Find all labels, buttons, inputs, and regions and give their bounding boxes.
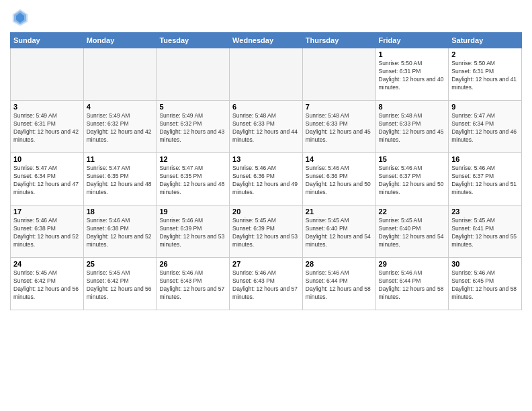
day-number: 4 [87, 103, 154, 111]
day-info: Sunrise: 5:46 AMSunset: 6:36 PMDaylight:… [306, 165, 373, 197]
calendar-cell: 15Sunrise: 5:46 AMSunset: 6:37 PMDayligh… [375, 153, 449, 205]
day-number: 18 [87, 208, 154, 216]
calendar-cell: 30Sunrise: 5:46 AMSunset: 6:45 PMDayligh… [449, 258, 522, 310]
calendar-cell [230, 48, 303, 101]
calendar-cell: 25Sunrise: 5:45 AMSunset: 6:42 PMDayligh… [83, 258, 157, 310]
day-number: 7 [306, 103, 373, 111]
day-info: Sunrise: 5:49 AMSunset: 6:32 PMDaylight:… [87, 112, 154, 144]
day-info: Sunrise: 5:46 AMSunset: 6:43 PMDaylight:… [159, 269, 226, 302]
calendar-cell: 4Sunrise: 5:49 AMSunset: 6:32 PMDaylight… [83, 101, 157, 153]
week-row-5: 24Sunrise: 5:45 AMSunset: 6:42 PMDayligh… [11, 258, 522, 310]
day-info: Sunrise: 5:46 AMSunset: 6:37 PMDaylight:… [379, 165, 446, 197]
day-number: 27 [232, 260, 300, 268]
page-container: SundayMondayTuesdayWednesdayThursdayFrid… [0, 0, 532, 317]
calendar-body: 1Sunrise: 5:50 AMSunset: 6:31 PMDaylight… [11, 48, 522, 310]
calendar-cell: 13Sunrise: 5:46 AMSunset: 6:36 PMDayligh… [230, 153, 303, 205]
calendar-cell: 22Sunrise: 5:45 AMSunset: 6:40 PMDayligh… [375, 205, 449, 258]
calendar-cell: 21Sunrise: 5:45 AMSunset: 6:40 PMDayligh… [302, 205, 375, 258]
day-info: Sunrise: 5:48 AMSunset: 6:33 PMDaylight:… [379, 112, 446, 144]
week-row-1: 1Sunrise: 5:50 AMSunset: 6:31 PMDaylight… [11, 48, 522, 101]
calendar-cell: 17Sunrise: 5:46 AMSunset: 6:38 PMDayligh… [11, 205, 84, 258]
day-number: 19 [159, 208, 226, 216]
calendar-cell [83, 48, 157, 101]
calendar-cell: 3Sunrise: 5:49 AMSunset: 6:31 PMDaylight… [11, 101, 84, 153]
day-info: Sunrise: 5:47 AMSunset: 6:34 PMDaylight:… [13, 165, 81, 197]
day-header-wednesday: Wednesday [230, 33, 303, 48]
day-number: 6 [232, 103, 300, 111]
calendar-header: SundayMondayTuesdayWednesdayThursdayFrid… [11, 33, 522, 48]
day-number: 21 [306, 208, 373, 216]
calendar-cell [157, 48, 230, 101]
day-number: 16 [451, 155, 519, 163]
calendar-cell: 29Sunrise: 5:46 AMSunset: 6:44 PMDayligh… [375, 258, 449, 310]
day-number: 11 [87, 155, 154, 163]
calendar-cell: 5Sunrise: 5:49 AMSunset: 6:32 PMDaylight… [157, 101, 230, 153]
day-info: Sunrise: 5:46 AMSunset: 6:36 PMDaylight:… [232, 165, 300, 197]
day-info: Sunrise: 5:46 AMSunset: 6:43 PMDaylight:… [232, 269, 300, 302]
header-row: SundayMondayTuesdayWednesdayThursdayFrid… [11, 33, 522, 48]
day-info: Sunrise: 5:45 AMSunset: 6:40 PMDaylight:… [379, 217, 446, 249]
day-number: 12 [159, 155, 226, 163]
day-header-tuesday: Tuesday [157, 33, 230, 48]
day-header-friday: Friday [375, 33, 449, 48]
week-row-4: 17Sunrise: 5:46 AMSunset: 6:38 PMDayligh… [11, 205, 522, 258]
header [10, 7, 522, 27]
day-header-sunday: Sunday [11, 33, 84, 48]
calendar-cell: 2Sunrise: 5:50 AMSunset: 6:31 PMDaylight… [449, 48, 522, 101]
day-number: 20 [232, 208, 300, 216]
calendar-cell: 20Sunrise: 5:45 AMSunset: 6:39 PMDayligh… [230, 205, 303, 258]
day-number: 9 [451, 103, 519, 111]
calendar-cell: 28Sunrise: 5:46 AMSunset: 6:44 PMDayligh… [302, 258, 375, 310]
calendar-cell: 14Sunrise: 5:46 AMSunset: 6:36 PMDayligh… [302, 153, 375, 205]
calendar-cell [302, 48, 375, 101]
calendar-cell: 23Sunrise: 5:45 AMSunset: 6:41 PMDayligh… [449, 205, 522, 258]
calendar-cell: 24Sunrise: 5:45 AMSunset: 6:42 PMDayligh… [11, 258, 84, 310]
calendar-cell: 19Sunrise: 5:46 AMSunset: 6:39 PMDayligh… [157, 205, 230, 258]
calendar-cell: 8Sunrise: 5:48 AMSunset: 6:33 PMDaylight… [375, 101, 449, 153]
logo-icon [10, 7, 30, 27]
calendar-cell: 26Sunrise: 5:46 AMSunset: 6:43 PMDayligh… [157, 258, 230, 310]
day-number: 8 [379, 103, 446, 111]
day-info: Sunrise: 5:50 AMSunset: 6:31 PMDaylight:… [379, 60, 446, 92]
day-info: Sunrise: 5:47 AMSunset: 6:35 PMDaylight:… [87, 165, 154, 197]
day-info: Sunrise: 5:46 AMSunset: 6:45 PMDaylight:… [451, 269, 519, 302]
logo [10, 7, 33, 27]
day-info: Sunrise: 5:47 AMSunset: 6:35 PMDaylight:… [159, 165, 226, 197]
day-number: 24 [13, 260, 81, 268]
day-info: Sunrise: 5:46 AMSunset: 6:39 PMDaylight:… [159, 217, 226, 249]
day-number: 15 [379, 155, 446, 163]
calendar-cell: 27Sunrise: 5:46 AMSunset: 6:43 PMDayligh… [230, 258, 303, 310]
day-info: Sunrise: 5:46 AMSunset: 6:37 PMDaylight:… [451, 165, 519, 197]
day-number: 30 [451, 260, 519, 268]
day-number: 5 [159, 103, 226, 111]
calendar-cell: 9Sunrise: 5:47 AMSunset: 6:34 PMDaylight… [449, 101, 522, 153]
day-info: Sunrise: 5:46 AMSunset: 6:44 PMDaylight:… [306, 269, 373, 302]
calendar: SundayMondayTuesdayWednesdayThursdayFrid… [10, 32, 522, 310]
week-row-2: 3Sunrise: 5:49 AMSunset: 6:31 PMDaylight… [11, 101, 522, 153]
day-number: 13 [232, 155, 300, 163]
day-number: 22 [379, 208, 446, 216]
day-number: 3 [13, 103, 81, 111]
day-number: 28 [306, 260, 373, 268]
calendar-cell: 7Sunrise: 5:48 AMSunset: 6:33 PMDaylight… [302, 101, 375, 153]
calendar-cell: 18Sunrise: 5:46 AMSunset: 6:38 PMDayligh… [83, 205, 157, 258]
calendar-cell: 1Sunrise: 5:50 AMSunset: 6:31 PMDaylight… [375, 48, 449, 101]
day-info: Sunrise: 5:45 AMSunset: 6:40 PMDaylight:… [306, 217, 373, 249]
day-header-saturday: Saturday [449, 33, 522, 48]
day-info: Sunrise: 5:45 AMSunset: 6:42 PMDaylight:… [13, 269, 81, 302]
day-info: Sunrise: 5:45 AMSunset: 6:41 PMDaylight:… [451, 217, 519, 249]
calendar-cell: 11Sunrise: 5:47 AMSunset: 6:35 PMDayligh… [83, 153, 157, 205]
day-info: Sunrise: 5:45 AMSunset: 6:42 PMDaylight:… [87, 269, 154, 302]
day-number: 10 [13, 155, 81, 163]
calendar-cell: 10Sunrise: 5:47 AMSunset: 6:34 PMDayligh… [11, 153, 84, 205]
calendar-cell: 6Sunrise: 5:48 AMSunset: 6:33 PMDaylight… [230, 101, 303, 153]
day-header-thursday: Thursday [302, 33, 375, 48]
day-number: 26 [159, 260, 226, 268]
day-number: 29 [379, 260, 446, 268]
calendar-cell: 16Sunrise: 5:46 AMSunset: 6:37 PMDayligh… [449, 153, 522, 205]
day-number: 25 [87, 260, 154, 268]
week-row-3: 10Sunrise: 5:47 AMSunset: 6:34 PMDayligh… [11, 153, 522, 205]
day-header-monday: Monday [83, 33, 157, 48]
day-info: Sunrise: 5:46 AMSunset: 6:38 PMDaylight:… [87, 217, 154, 249]
day-number: 17 [13, 208, 81, 216]
